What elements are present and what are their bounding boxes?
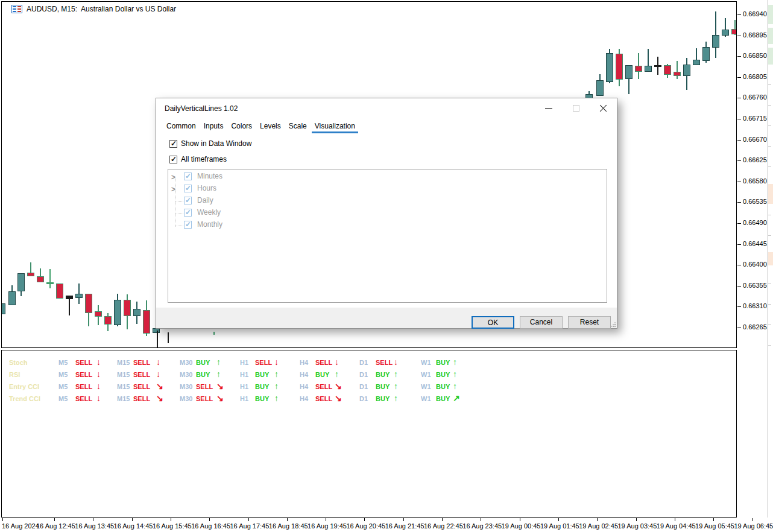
daily-checkbox[interactable] xyxy=(184,197,192,204)
chevron-right-icon[interactable]: > xyxy=(171,173,175,182)
time-tick xyxy=(520,518,520,521)
price-scale[interactable]: 0.669400.668950.668500.668050.667600.667… xyxy=(737,0,767,519)
all-timeframes-checkbox[interactable] xyxy=(169,156,177,163)
show-in-data-window-checkbox[interactable] xyxy=(169,140,177,148)
signal-text: SELL xyxy=(255,359,272,366)
timeframe-label: H1 xyxy=(240,383,248,390)
tree-item-label: Daily xyxy=(197,196,213,204)
tree-item-hours[interactable]: >Hours xyxy=(168,184,607,196)
signal-arrow-down-icon: ↓ xyxy=(156,357,160,367)
signal-text: SELL xyxy=(315,383,332,390)
tab-colors[interactable]: Colors xyxy=(228,120,255,133)
dialog-title: DailyVerticalLines 1.02 xyxy=(165,104,238,113)
price-label: 0.66625 xyxy=(743,156,767,163)
price-label: 0.66760 xyxy=(743,93,767,101)
time-tick xyxy=(326,518,326,521)
indicator-label: Stoch xyxy=(9,359,28,366)
tree-item-weekly[interactable]: Weekly xyxy=(168,208,607,220)
candlestick xyxy=(674,72,681,76)
timeframe-label: H1 xyxy=(240,371,248,378)
signal-text: BUY xyxy=(436,395,450,402)
signal-arrow-down-icon: ↓ xyxy=(96,357,101,367)
candlestick xyxy=(114,300,121,325)
timeframe-label: M30 xyxy=(180,395,192,402)
signal-text: BUY xyxy=(376,395,390,402)
signal-text: BUY xyxy=(376,371,390,378)
signal-text: BUY xyxy=(255,383,269,390)
candlestick xyxy=(645,66,652,72)
timeframe-label: M15 xyxy=(117,395,130,402)
reset-button[interactable]: Reset xyxy=(568,316,611,329)
tab-inputs[interactable]: Inputs xyxy=(201,120,227,133)
candlestick xyxy=(27,273,34,276)
tab-scale[interactable]: Scale xyxy=(286,120,310,133)
background-tick xyxy=(768,166,771,167)
weekly-checkbox[interactable] xyxy=(184,209,192,217)
tab-visualization[interactable]: Visualization xyxy=(312,120,358,133)
indicator-subwindow[interactable]: StochM5SELL↓M15SELL↓M30BUY↑H1SELL↓H4SELL… xyxy=(1,350,737,518)
show-in-data-window-row[interactable]: Show in Data Window xyxy=(169,139,251,148)
minimize-icon[interactable] xyxy=(540,102,558,114)
signal-arrow-up-icon: ↑ xyxy=(274,369,279,379)
signal-text: SELL xyxy=(315,395,332,402)
time-tick xyxy=(248,518,249,521)
maximize-icon[interactable] xyxy=(567,102,585,114)
candlestick xyxy=(95,311,102,317)
dialog-title-bar[interactable]: DailyVerticalLines 1.02 xyxy=(156,98,617,118)
time-label: 16 Aug 13:45 xyxy=(75,522,114,530)
time-label: 16 Aug 20:45 xyxy=(346,522,385,530)
candlestick xyxy=(56,283,63,299)
resize-grip-icon[interactable] xyxy=(611,322,616,327)
timeframes-tree[interactable]: >Minutes>HoursDailyWeeklyMonthly xyxy=(168,169,607,303)
dialog-tabbar: CommonInputsColorsLevelsScaleVisualizati… xyxy=(163,120,360,133)
time-tick xyxy=(209,518,210,521)
signal-text: SELL xyxy=(75,371,92,378)
cancel-button[interactable]: Cancel xyxy=(520,316,563,329)
price-tick xyxy=(737,56,741,57)
price-tick xyxy=(737,306,741,307)
background-tick xyxy=(768,215,771,215)
time-label: 19 Aug 03:45 xyxy=(618,522,657,530)
chevron-right-icon[interactable]: > xyxy=(171,185,175,194)
price-tick xyxy=(737,98,741,98)
indicator-settings-dialog: DailyVerticalLines 1.02 CommonInputsColo… xyxy=(156,98,617,329)
timeframe-label: M30 xyxy=(180,371,192,378)
time-label: 16 Aug 18:45 xyxy=(269,522,308,530)
candlestick xyxy=(664,65,671,75)
candlestick xyxy=(133,309,140,316)
signal-text: SELL xyxy=(75,383,92,390)
signal-arrow-up-icon: ↑ xyxy=(216,357,221,367)
all-timeframes-row[interactable]: All timeframes xyxy=(169,155,227,163)
time-tick xyxy=(287,518,288,521)
background-tick xyxy=(768,325,771,325)
candle-wick xyxy=(213,332,215,335)
time-label: 16 Aug 12:45 xyxy=(36,522,75,530)
time-label: 16 Aug 23:45 xyxy=(462,522,502,530)
hours-checkbox[interactable] xyxy=(184,185,192,192)
ok-button[interactable]: OK xyxy=(472,316,514,329)
tree-item-monthly[interactable]: Monthly xyxy=(168,220,607,232)
tree-item-daily[interactable]: Daily xyxy=(168,196,607,208)
timeframe-label: H1 xyxy=(240,395,248,402)
candlestick xyxy=(75,294,83,298)
price-tick xyxy=(737,265,741,265)
signal-text: BUY xyxy=(255,395,269,402)
signal-text: BUY xyxy=(196,371,210,378)
time-tick xyxy=(481,518,481,521)
signal-text: SELL xyxy=(376,359,393,366)
price-label: 0.66355 xyxy=(743,282,767,289)
signal-arrow-down-icon: ↓ xyxy=(96,393,101,403)
timeframe-label: M5 xyxy=(58,371,68,378)
tab-common[interactable]: Common xyxy=(163,120,199,133)
tab-levels[interactable]: Levels xyxy=(257,120,284,133)
close-icon[interactable] xyxy=(594,102,612,114)
signal-arrow-up-icon: ↑ xyxy=(274,393,279,403)
timeframe-label: D1 xyxy=(359,371,368,378)
time-label: 19 Aug 01:45 xyxy=(540,522,579,530)
monthly-checkbox[interactable] xyxy=(184,221,192,229)
time-scale[interactable]: 16 Aug 202416 Aug 12:4516 Aug 13:4516 Au… xyxy=(0,518,773,532)
signal-text: BUY xyxy=(376,383,390,390)
timeframe-label: M30 xyxy=(180,383,192,390)
minutes-checkbox[interactable] xyxy=(184,173,192,180)
tree-item-minutes[interactable]: >Minutes xyxy=(168,172,607,184)
